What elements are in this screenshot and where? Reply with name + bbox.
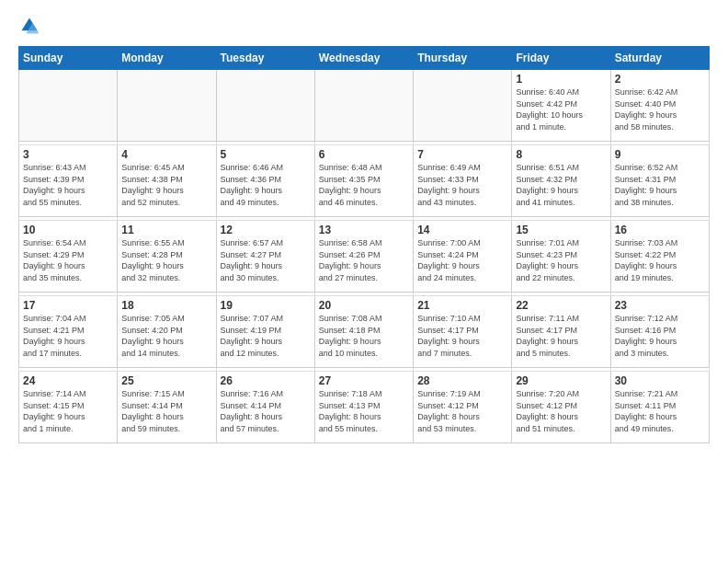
calendar-week-row-1: 1Sunrise: 6:40 AM Sunset: 4:42 PM Daylig… — [19, 70, 710, 142]
calendar-week-row-5: 24Sunrise: 7:14 AM Sunset: 4:15 PM Dayli… — [19, 372, 710, 443]
day-number: 15 — [516, 224, 606, 236]
day-info: Sunrise: 7:16 AM Sunset: 4:14 PM Dayligh… — [221, 388, 311, 434]
day-info: Sunrise: 7:00 AM Sunset: 4:24 PM Dayligh… — [417, 237, 507, 283]
calendar-cell-2-3: 5Sunrise: 6:46 AM Sunset: 4:36 PM Daylig… — [216, 145, 314, 217]
day-info: Sunrise: 7:08 AM Sunset: 4:18 PM Dayligh… — [319, 313, 409, 359]
calendar-header-saturday: Saturday — [610, 47, 709, 70]
day-info: Sunrise: 7:19 AM Sunset: 4:12 PM Dayligh… — [417, 388, 507, 434]
calendar-cell-4-2: 18Sunrise: 7:05 AM Sunset: 4:20 PM Dayli… — [118, 296, 216, 368]
day-info: Sunrise: 7:18 AM Sunset: 4:13 PM Dayligh… — [319, 388, 409, 434]
day-number: 12 — [221, 224, 311, 236]
day-info: Sunrise: 6:43 AM Sunset: 4:39 PM Dayligh… — [23, 162, 113, 208]
calendar-cell-4-6: 22Sunrise: 7:11 AM Sunset: 4:17 PM Dayli… — [512, 296, 610, 368]
day-number: 14 — [417, 224, 507, 236]
day-info: Sunrise: 6:52 AM Sunset: 4:31 PM Dayligh… — [615, 162, 705, 208]
calendar-cell-5-5: 28Sunrise: 7:19 AM Sunset: 4:12 PM Dayli… — [414, 372, 512, 443]
logo-icon — [18, 15, 40, 37]
day-number: 26 — [221, 374, 311, 387]
day-number: 21 — [417, 299, 507, 312]
day-number: 16 — [615, 224, 705, 236]
calendar-cell-1-7: 2Sunrise: 6:42 AM Sunset: 4:40 PM Daylig… — [610, 70, 709, 142]
day-number: 24 — [23, 374, 113, 387]
calendar-cell-1-3 — [216, 70, 314, 142]
calendar-header-friday: Friday — [512, 47, 610, 70]
day-info: Sunrise: 6:58 AM Sunset: 4:26 PM Dayligh… — [319, 237, 409, 283]
day-info: Sunrise: 7:12 AM Sunset: 4:16 PM Dayligh… — [615, 313, 705, 359]
day-number: 7 — [417, 148, 507, 161]
calendar-cell-3-2: 11Sunrise: 6:55 AM Sunset: 4:28 PM Dayli… — [118, 221, 216, 293]
header — [18, 15, 710, 37]
calendar-cell-5-1: 24Sunrise: 7:14 AM Sunset: 4:15 PM Dayli… — [19, 372, 118, 443]
calendar-cell-2-5: 7Sunrise: 6:49 AM Sunset: 4:33 PM Daylig… — [414, 145, 512, 217]
day-number: 13 — [319, 224, 409, 236]
day-number: 4 — [121, 148, 211, 161]
calendar-cell-1-2 — [118, 70, 216, 142]
calendar-cell-5-6: 29Sunrise: 7:20 AM Sunset: 4:12 PM Dayli… — [512, 372, 610, 443]
day-info: Sunrise: 7:03 AM Sunset: 4:22 PM Dayligh… — [615, 237, 705, 283]
calendar-cell-5-4: 27Sunrise: 7:18 AM Sunset: 4:13 PM Dayli… — [314, 372, 413, 443]
day-number: 5 — [221, 148, 311, 161]
day-number: 27 — [319, 374, 409, 387]
calendar-cell-3-7: 16Sunrise: 7:03 AM Sunset: 4:22 PM Dayli… — [610, 221, 709, 293]
day-info: Sunrise: 7:14 AM Sunset: 4:15 PM Dayligh… — [23, 388, 113, 434]
day-info: Sunrise: 7:05 AM Sunset: 4:20 PM Dayligh… — [121, 313, 211, 359]
calendar-cell-2-1: 3Sunrise: 6:43 AM Sunset: 4:39 PM Daylig… — [19, 145, 118, 217]
day-number: 29 — [516, 374, 606, 387]
day-number: 25 — [121, 374, 211, 387]
day-info: Sunrise: 6:51 AM Sunset: 4:32 PM Dayligh… — [516, 162, 606, 208]
day-info: Sunrise: 7:10 AM Sunset: 4:17 PM Dayligh… — [417, 313, 507, 359]
calendar-week-row-2: 3Sunrise: 6:43 AM Sunset: 4:39 PM Daylig… — [19, 145, 710, 217]
logo — [18, 15, 44, 37]
calendar-cell-4-3: 19Sunrise: 7:07 AM Sunset: 4:19 PM Dayli… — [216, 296, 314, 368]
calendar-cell-2-4: 6Sunrise: 6:48 AM Sunset: 4:35 PM Daylig… — [314, 145, 413, 217]
day-number: 28 — [417, 374, 507, 387]
calendar-cell-3-4: 13Sunrise: 6:58 AM Sunset: 4:26 PM Dayli… — [314, 221, 413, 293]
day-number: 22 — [516, 299, 606, 312]
day-info: Sunrise: 6:40 AM Sunset: 4:42 PM Dayligh… — [516, 86, 606, 132]
calendar-cell-1-4 — [314, 70, 413, 142]
day-info: Sunrise: 6:54 AM Sunset: 4:29 PM Dayligh… — [23, 237, 113, 283]
calendar-header-row: SundayMondayTuesdayWednesdayThursdayFrid… — [19, 47, 710, 70]
calendar-cell-2-2: 4Sunrise: 6:45 AM Sunset: 4:38 PM Daylig… — [118, 145, 216, 217]
page: SundayMondayTuesdayWednesdayThursdayFrid… — [0, 0, 728, 563]
calendar-cell-4-1: 17Sunrise: 7:04 AM Sunset: 4:21 PM Dayli… — [19, 296, 118, 368]
day-number: 9 — [615, 148, 705, 161]
day-info: Sunrise: 6:55 AM Sunset: 4:28 PM Dayligh… — [121, 237, 211, 283]
calendar-cell-3-3: 12Sunrise: 6:57 AM Sunset: 4:27 PM Dayli… — [216, 221, 314, 293]
day-number: 2 — [615, 73, 705, 86]
day-number: 20 — [319, 299, 409, 312]
day-info: Sunrise: 7:11 AM Sunset: 4:17 PM Dayligh… — [516, 313, 606, 359]
day-number: 1 — [516, 73, 606, 86]
calendar-header-tuesday: Tuesday — [216, 47, 314, 70]
day-info: Sunrise: 6:46 AM Sunset: 4:36 PM Dayligh… — [221, 162, 311, 208]
calendar-cell-5-2: 25Sunrise: 7:15 AM Sunset: 4:14 PM Dayli… — [118, 372, 216, 443]
calendar-cell-3-6: 15Sunrise: 7:01 AM Sunset: 4:23 PM Dayli… — [512, 221, 610, 293]
day-number: 19 — [221, 299, 311, 312]
day-number: 10 — [23, 224, 113, 236]
day-number: 11 — [121, 224, 211, 236]
calendar-cell-4-5: 21Sunrise: 7:10 AM Sunset: 4:17 PM Dayli… — [414, 296, 512, 368]
calendar-header-monday: Monday — [118, 47, 216, 70]
day-number: 8 — [516, 148, 606, 161]
calendar-cell-3-5: 14Sunrise: 7:00 AM Sunset: 4:24 PM Dayli… — [414, 221, 512, 293]
calendar-cell-1-6: 1Sunrise: 6:40 AM Sunset: 4:42 PM Daylig… — [512, 70, 610, 142]
calendar-cell-1-1 — [19, 70, 118, 142]
day-number: 18 — [121, 299, 211, 312]
calendar-cell-5-3: 26Sunrise: 7:16 AM Sunset: 4:14 PM Dayli… — [216, 372, 314, 443]
day-info: Sunrise: 7:07 AM Sunset: 4:19 PM Dayligh… — [221, 313, 311, 359]
calendar-cell-1-5 — [414, 70, 512, 142]
day-number: 17 — [23, 299, 113, 312]
calendar-cell-5-7: 30Sunrise: 7:21 AM Sunset: 4:11 PM Dayli… — [610, 372, 709, 443]
day-info: Sunrise: 7:21 AM Sunset: 4:11 PM Dayligh… — [615, 388, 705, 434]
calendar-cell-2-7: 9Sunrise: 6:52 AM Sunset: 4:31 PM Daylig… — [610, 145, 709, 217]
calendar-week-row-4: 17Sunrise: 7:04 AM Sunset: 4:21 PM Dayli… — [19, 296, 710, 368]
day-info: Sunrise: 7:01 AM Sunset: 4:23 PM Dayligh… — [516, 237, 606, 283]
day-number: 3 — [23, 148, 113, 161]
day-info: Sunrise: 6:42 AM Sunset: 4:40 PM Dayligh… — [615, 86, 705, 132]
day-info: Sunrise: 6:48 AM Sunset: 4:35 PM Dayligh… — [319, 162, 409, 208]
day-number: 30 — [615, 374, 705, 387]
day-info: Sunrise: 6:45 AM Sunset: 4:38 PM Dayligh… — [121, 162, 211, 208]
calendar-cell-4-4: 20Sunrise: 7:08 AM Sunset: 4:18 PM Dayli… — [314, 296, 413, 368]
calendar-cell-2-6: 8Sunrise: 6:51 AM Sunset: 4:32 PM Daylig… — [512, 145, 610, 217]
day-info: Sunrise: 6:49 AM Sunset: 4:33 PM Dayligh… — [417, 162, 507, 208]
